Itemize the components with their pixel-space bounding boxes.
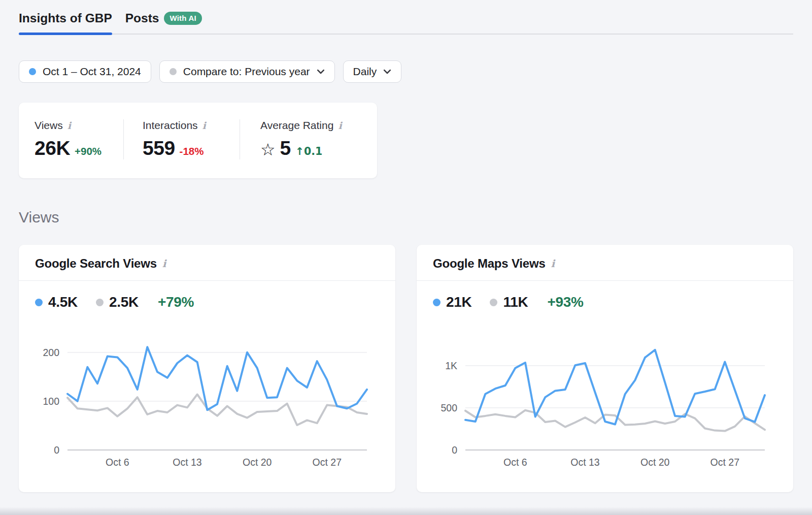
info-icon[interactable]: i bbox=[202, 121, 206, 131]
views-section-title: Views bbox=[19, 209, 793, 226]
tab-posts-label: Posts bbox=[125, 11, 159, 25]
metric-interactions-label: Interactions bbox=[143, 119, 198, 132]
granularity-dropdown[interactable]: Daily bbox=[343, 60, 402, 83]
maps-change-percent: +93% bbox=[547, 294, 583, 310]
svg-text:Oct 13: Oct 13 bbox=[570, 457, 599, 468]
granularity-label: Daily bbox=[353, 66, 377, 78]
info-icon[interactable]: i bbox=[67, 121, 71, 131]
compare-to-label: Compare to: Previous year bbox=[183, 66, 310, 78]
filter-bar: Oct 1 – Oct 31, 2024 Compare to: Previou… bbox=[19, 60, 793, 83]
svg-text:Oct 6: Oct 6 bbox=[503, 457, 527, 468]
search-previous-total: 2.5K bbox=[109, 294, 139, 310]
svg-text:Oct 13: Oct 13 bbox=[173, 457, 201, 468]
metric-interactions: Interactions i 559 -18% bbox=[123, 119, 240, 159]
current-series-dot-icon bbox=[35, 299, 43, 306]
maps-views-legend: 21K 11K +93% bbox=[417, 294, 793, 310]
svg-text:0: 0 bbox=[452, 444, 457, 456]
google-maps-views-card: Google Maps Views i 21K 11K +93% 05001KO… bbox=[417, 245, 793, 492]
svg-text:0: 0 bbox=[54, 444, 59, 456]
search-current-total: 4.5K bbox=[48, 294, 78, 310]
date-range-button[interactable]: Oct 1 – Oct 31, 2024 bbox=[19, 60, 151, 83]
metric-interactions-value: 559 bbox=[143, 137, 175, 159]
gbp-insights-page: Insights of GBP Posts With AI Oct 1 – Oc… bbox=[0, 0, 812, 492]
current-series-dot-icon bbox=[433, 299, 441, 306]
svg-text:100: 100 bbox=[43, 396, 59, 407]
tab-bar: Insights of GBP Posts With AI bbox=[19, 11, 793, 35]
previous-series-dot-icon bbox=[96, 299, 104, 306]
info-icon[interactable]: i bbox=[551, 259, 555, 269]
svg-text:200: 200 bbox=[43, 347, 59, 358]
google-search-views-card: Google Search Views i 4.5K 2.5K +79% 010… bbox=[19, 245, 395, 492]
chevron-down-icon bbox=[317, 69, 325, 75]
star-icon: ☆ bbox=[260, 140, 276, 159]
charts-row: Google Search Views i 4.5K 2.5K +79% 010… bbox=[19, 245, 793, 492]
chevron-down-icon bbox=[383, 69, 391, 75]
maps-current-total: 21K bbox=[446, 294, 471, 310]
svg-text:Oct 20: Oct 20 bbox=[243, 457, 272, 468]
with-ai-badge: With AI bbox=[164, 12, 201, 25]
info-icon[interactable]: i bbox=[162, 259, 166, 269]
page-bottom-shadow bbox=[0, 507, 812, 515]
metric-average-rating: Average Rating i ☆ 5 ↑0.1 bbox=[240, 119, 357, 159]
tab-posts[interactable]: Posts With AI bbox=[125, 11, 202, 25]
svg-text:Oct 27: Oct 27 bbox=[710, 457, 739, 468]
current-period-dot-icon bbox=[29, 68, 36, 75]
svg-text:Oct 6: Oct 6 bbox=[106, 457, 129, 468]
google-search-views-title: Google Search Views bbox=[35, 256, 157, 271]
previous-period-dot-icon bbox=[170, 68, 177, 75]
compare-to-dropdown[interactable]: Compare to: Previous year bbox=[159, 60, 335, 83]
metric-views: Views i 26K +90% bbox=[19, 119, 123, 159]
tab-insights-of-gbp[interactable]: Insights of GBP bbox=[19, 11, 112, 25]
search-change-percent: +79% bbox=[158, 294, 194, 310]
metric-views-value: 26K bbox=[35, 137, 70, 159]
search-views-chart[interactable]: 0100200Oct 6Oct 13Oct 20Oct 27 bbox=[19, 321, 395, 480]
svg-text:1K: 1K bbox=[445, 360, 457, 371]
previous-series-dot-icon bbox=[490, 299, 497, 306]
info-icon[interactable]: i bbox=[338, 121, 342, 131]
metric-average-rating-change: ↑0.1 bbox=[295, 145, 323, 157]
google-maps-views-title: Google Maps Views bbox=[433, 256, 546, 271]
summary-metrics-card: Views i 26K +90% Interactions i 559 -18%… bbox=[19, 103, 377, 178]
metric-views-change: +90% bbox=[75, 145, 101, 157]
maps-previous-total: 11K bbox=[503, 294, 528, 310]
metric-views-label: Views bbox=[35, 119, 63, 132]
svg-text:Oct 20: Oct 20 bbox=[640, 457, 670, 468]
svg-text:500: 500 bbox=[441, 402, 457, 413]
metric-interactions-change: -18% bbox=[180, 145, 204, 157]
date-range-label: Oct 1 – Oct 31, 2024 bbox=[43, 66, 141, 78]
metric-average-rating-value: 5 bbox=[280, 137, 291, 159]
svg-text:Oct 27: Oct 27 bbox=[313, 457, 342, 468]
maps-views-chart[interactable]: 05001KOct 6Oct 13Oct 20Oct 27 bbox=[417, 321, 793, 480]
tab-insights-label: Insights of GBP bbox=[19, 11, 112, 25]
search-views-legend: 4.5K 2.5K +79% bbox=[19, 294, 395, 310]
metric-average-rating-label: Average Rating bbox=[260, 119, 333, 132]
